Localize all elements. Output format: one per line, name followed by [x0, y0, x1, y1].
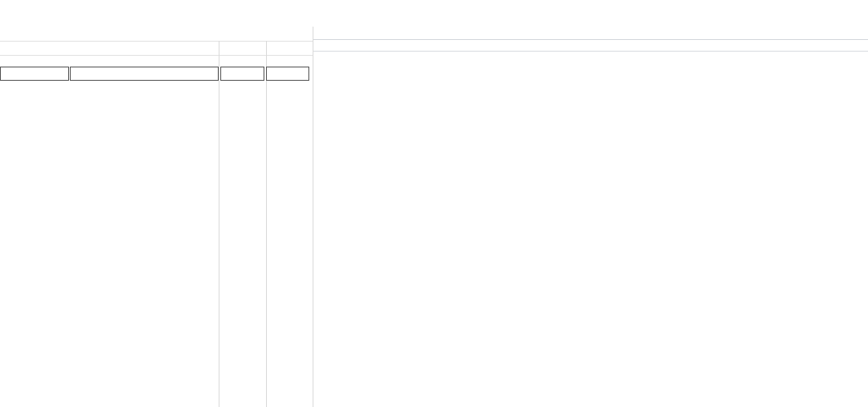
tab-bar-underline — [0, 25, 868, 27]
project-id-field[interactable] — [0, 67, 69, 81]
project-end-field[interactable] — [266, 67, 309, 81]
tab-bar — [0, 0, 868, 25]
timeline-divider — [313, 51, 868, 52]
project-start-field[interactable] — [220, 67, 264, 81]
gantt-timeline-header — [313, 27, 868, 52]
date-marker-line — [0, 52, 2, 407]
app-root — [0, 0, 868, 407]
column-divider — [219, 41, 219, 407]
column-divider — [266, 41, 267, 407]
timeline-divider — [313, 39, 868, 40]
project-name-field[interactable] — [70, 67, 219, 81]
table-gantt-divider — [313, 27, 313, 407]
